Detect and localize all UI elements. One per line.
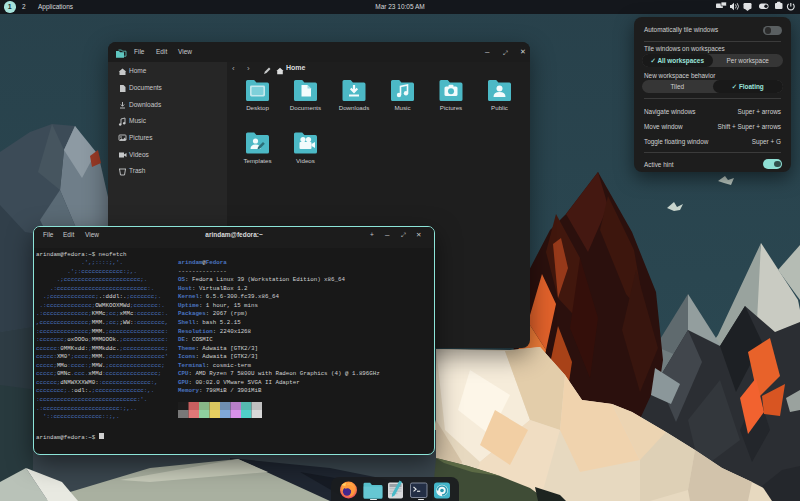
svg-text:Videos: Videos — [296, 157, 315, 164]
svg-text:Documents: Documents — [290, 104, 321, 111]
svg-text:Downloads: Downloads — [339, 104, 370, 111]
svg-text:Templates: Templates — [243, 157, 271, 164]
svg-text:Music: Music — [394, 104, 410, 111]
svg-text:Pictures: Pictures — [440, 104, 462, 111]
svg-text:Public: Public — [491, 104, 508, 111]
svg-text:Desktop: Desktop — [246, 104, 269, 111]
